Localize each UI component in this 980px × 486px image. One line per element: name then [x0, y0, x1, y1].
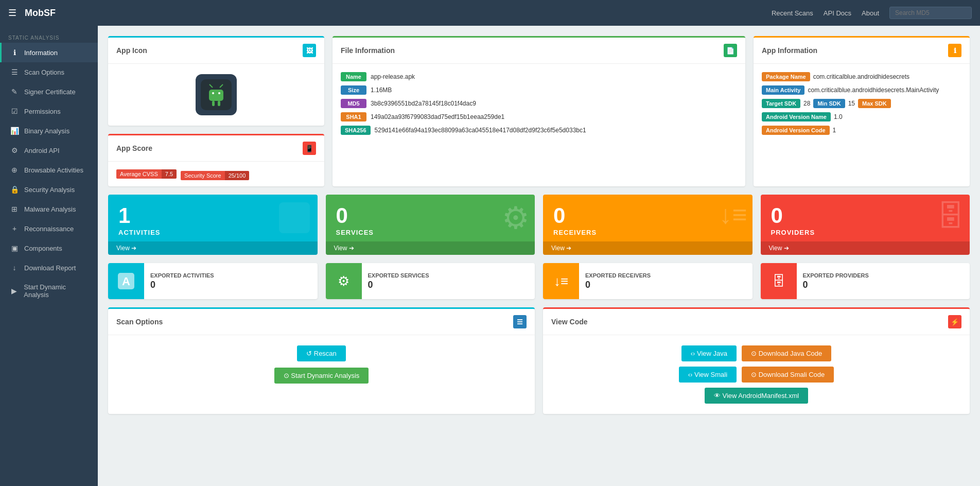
- file-info-header-icon: 📄: [724, 44, 737, 57]
- exported-receivers-info: EXPORTED RECEIVERS 0: [579, 272, 657, 290]
- stat-providers: 🗄 0 PROVIDERS View ➔: [761, 195, 970, 255]
- nav-recent-scans[interactable]: Recent Scans: [772, 9, 813, 17]
- exported-row: A EXPORTED ACTIVITIES 0 ⚙ EXPORTED SERVI…: [108, 263, 970, 299]
- file-info-card: File Information 📄 Name app-release.apk …: [332, 36, 745, 186]
- nav-api-docs[interactable]: API Docs: [824, 9, 851, 17]
- api-icon: ⚙: [10, 146, 19, 154]
- sidebar-item-label: Malware Analysis: [24, 205, 76, 213]
- app-icon-image: [196, 74, 237, 115]
- sidebar-item-label: Signer Certificate: [24, 88, 76, 96]
- sidebar-item-permissions[interactable]: ☑ Permissions: [0, 101, 98, 121]
- main-activity-label: Main Activity: [762, 85, 804, 95]
- scan-options-header-icon: ☰: [513, 315, 527, 328]
- sidebar-item-signer-certificate[interactable]: ✎ Signer Certificate: [0, 82, 98, 101]
- receivers-bg-icon: ↓≡: [719, 200, 747, 230]
- sidebar-item-binary-analysis[interactable]: 📊 Binary Analysis: [0, 121, 98, 141]
- search-input[interactable]: [889, 7, 972, 19]
- exported-services-info: EXPORTED SERVICES 0: [362, 272, 435, 290]
- sidebar-item-browsable-activities[interactable]: ⊕ Browsable Activities: [0, 160, 98, 180]
- sidebar-item-scan-options[interactable]: ☰ Scan Options: [0, 62, 98, 82]
- app-info-title: App Information: [762, 46, 817, 55]
- sha1-label: SHA1: [341, 112, 366, 121]
- md5-label: MD5: [341, 99, 366, 108]
- sidebar-item-malware-analysis[interactable]: ⊞ Malware Analysis: [0, 199, 98, 219]
- stat-services: ⚙ 0 SERVICES View ➔: [326, 195, 535, 255]
- manifest-row: 👁 View AndroidManifest.xml: [705, 388, 808, 404]
- min-sdk-label: Min SDK: [813, 99, 845, 108]
- name-label: Name: [341, 72, 366, 81]
- sidebar-item-security-analysis[interactable]: 🔒 Security Analysis: [0, 180, 98, 199]
- rescan-button[interactable]: ↺ Rescan: [297, 345, 346, 361]
- sidebar-item-label: Reconnaissance: [24, 225, 74, 233]
- view-code-header: View Code ⚡: [543, 309, 970, 335]
- nav-about[interactable]: About: [862, 9, 879, 17]
- view-code-title: View Code: [551, 318, 588, 326]
- sidebar-item-label: Browsable Activities: [24, 166, 83, 174]
- sidebar-item-label: Download Report: [24, 264, 76, 272]
- exported-providers-info: EXPORTED PROVIDERS 0: [797, 272, 875, 290]
- sidebar-item-start-dynamic[interactable]: ▶ Start Dynamic Analysis: [0, 277, 98, 304]
- sidebar-section-label: Static Analysis: [0, 30, 98, 43]
- cvss-value: 7.5: [162, 169, 177, 179]
- start-dynamic-analysis-button[interactable]: ⊙ Start Dynamic Analysis: [274, 368, 369, 384]
- name-value: app-release.apk: [371, 73, 415, 80]
- security-score-label: Security Score: [181, 171, 225, 180]
- receivers-view-button[interactable]: View ➔: [543, 241, 752, 255]
- svg-rect-4: [212, 101, 215, 106]
- app-icon-body: [108, 64, 324, 126]
- android-version-code-row: Android Version Code 1: [762, 126, 961, 135]
- exported-providers-icon: 🗄: [761, 263, 797, 299]
- file-md5-row: MD5 3b8c9396551bd2a78145f18c01f4dac9: [341, 99, 737, 108]
- android-icon-svg: [201, 79, 232, 110]
- exported-providers-count: 0: [803, 280, 869, 290]
- download-icon: ↓: [10, 264, 19, 272]
- view-java-button[interactable]: ‹› View Java: [681, 345, 737, 361]
- app-info-body: Package Name com.criticalblue.androidhid…: [754, 64, 970, 147]
- download-java-button[interactable]: ⊙ Download Java Code: [742, 345, 831, 361]
- android-version-name-value: 1.0: [834, 113, 843, 120]
- browse-icon: ⊕: [10, 166, 19, 174]
- size-value: 1.16MB: [371, 86, 392, 94]
- svg-rect-5: [218, 101, 220, 106]
- exported-providers-title: EXPORTED PROVIDERS: [803, 272, 869, 279]
- download-smali-button[interactable]: ⊙ Download Smali Code: [742, 367, 834, 383]
- app-info-header: App Information ℹ: [754, 38, 970, 64]
- view-manifest-button[interactable]: 👁 View AndroidManifest.xml: [705, 388, 808, 404]
- sidebar-item-components[interactable]: ▣ Components: [0, 238, 98, 258]
- sidebar-item-reconnaissance[interactable]: + Reconnaissance: [0, 219, 98, 238]
- app-info-header-icon: ℹ: [948, 44, 961, 57]
- md5-value: 3b8c9396551bd2a78145f18c01f4dac9: [371, 100, 476, 107]
- sidebar-item-information[interactable]: ℹ Information: [0, 43, 98, 62]
- navbar: ☰ MobSF Recent Scans API Docs About: [0, 0, 980, 26]
- security-score-value: 25/100: [225, 171, 250, 180]
- svg-text:A: A: [286, 206, 302, 230]
- sidebar-item-label: Binary Analysis: [24, 127, 69, 135]
- file-sha1-row: SHA1 149a02aa93f6799083dad75edf15b1eeaa2…: [341, 112, 737, 121]
- sdk-row: Target SDK 28 Min SDK 15 Max SDK: [762, 99, 961, 108]
- sidebar-item-download-report[interactable]: ↓ Download Report: [0, 258, 98, 277]
- services-view-button[interactable]: View ➔: [326, 241, 535, 255]
- providers-view-button[interactable]: View ➔: [761, 241, 970, 255]
- top-row: App Icon 🖼: [108, 36, 970, 186]
- svg-rect-3: [209, 90, 223, 101]
- sidebar-toggle[interactable]: ☰: [8, 7, 16, 19]
- smali-row: ‹› View Smali ⊙ Download Smali Code: [679, 367, 834, 383]
- providers-number: 0: [771, 205, 960, 227]
- android-version-name-label: Android Version Name: [762, 112, 831, 121]
- security-icon: 🔒: [10, 185, 19, 194]
- max-sdk-label: Max SDK: [858, 99, 891, 108]
- exported-services-title: EXPORTED SERVICES: [368, 272, 429, 279]
- app-icon-title: App Icon: [116, 46, 147, 55]
- stats-row: A 1 ACTIVITIES View ➔ ⚙ 0 SERVICES View …: [108, 195, 970, 255]
- android-version-code-value: 1: [833, 127, 836, 134]
- view-code-card: View Code ⚡ ‹› View Java ⊙ Download Java…: [543, 307, 970, 414]
- app-icon-header: App Icon 🖼: [108, 38, 324, 64]
- sidebar-item-android-api[interactable]: ⚙ Android API: [0, 141, 98, 160]
- scan-options-card: Scan Options ☰ ↺ Rescan ⊙ Start Dynamic …: [108, 307, 535, 414]
- svg-text:A: A: [122, 275, 130, 288]
- view-smali-button[interactable]: ‹› View Smali: [679, 367, 737, 383]
- exported-providers-card: 🗄 EXPORTED PROVIDERS 0: [761, 263, 970, 299]
- file-sha256-row: SHA256 529d141e66fa94a193ec88099a63ca045…: [341, 126, 737, 135]
- info-icon: ℹ: [10, 48, 19, 57]
- app-info-card: App Information ℹ Package Name com.criti…: [754, 36, 970, 186]
